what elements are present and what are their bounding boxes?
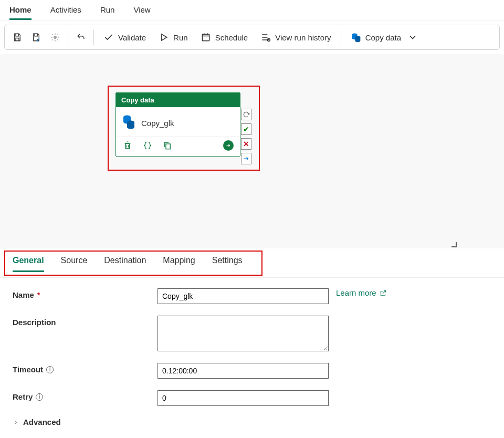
code-icon[interactable] bbox=[142, 140, 153, 151]
tab-home[interactable]: Home bbox=[9, 5, 32, 20]
svg-rect-1 bbox=[202, 34, 209, 41]
tab-destination[interactable]: Destination bbox=[104, 256, 146, 272]
tab-view[interactable]: View bbox=[133, 5, 150, 20]
tab-run[interactable]: Run bbox=[100, 5, 115, 20]
copy-icon[interactable] bbox=[162, 140, 173, 151]
advanced-label: Advanced bbox=[23, 418, 61, 426]
copy-data-label: Copy data bbox=[365, 33, 401, 42]
view-run-history-button[interactable]: View run history bbox=[256, 30, 335, 45]
save-icon[interactable] bbox=[10, 30, 25, 45]
timeout-input[interactable] bbox=[158, 363, 329, 379]
activity-name: Copy_glk bbox=[141, 119, 174, 128]
property-tabs: General Source Destination Mapping Setti… bbox=[0, 248, 504, 278]
required-marker: * bbox=[37, 290, 40, 299]
chevron-down-icon bbox=[407, 32, 418, 43]
schedule-button[interactable]: Schedule bbox=[196, 30, 253, 45]
external-link-icon bbox=[380, 289, 387, 297]
learn-more-link[interactable]: Learn more bbox=[336, 288, 387, 297]
description-input[interactable] bbox=[158, 316, 329, 351]
validate-label: Validate bbox=[118, 33, 146, 42]
top-tabs: Home Activities Run View bbox=[0, 0, 504, 20]
undo-icon[interactable] bbox=[74, 30, 88, 45]
database-icon bbox=[122, 114, 135, 131]
resize-grip[interactable] bbox=[452, 242, 457, 247]
name-label: Name bbox=[13, 290, 34, 299]
activity-header: Copy data bbox=[116, 93, 240, 107]
validate-button[interactable]: Validate bbox=[99, 30, 150, 45]
schedule-label: Schedule bbox=[215, 33, 248, 42]
tab-source[interactable]: Source bbox=[61, 256, 88, 272]
info-icon[interactable]: i bbox=[46, 366, 54, 373]
port-failure[interactable]: ✕ bbox=[241, 138, 251, 150]
copy-data-button[interactable]: Copy data bbox=[346, 30, 422, 45]
run-activity-icon[interactable] bbox=[223, 140, 234, 151]
learn-more-label: Learn more bbox=[336, 288, 376, 297]
svg-point-0 bbox=[54, 36, 57, 39]
run-label: Run bbox=[173, 33, 188, 42]
toolbar: Validate Run Schedule View run history C… bbox=[4, 25, 500, 50]
chevron-right-icon bbox=[13, 419, 19, 425]
tab-activities[interactable]: Activities bbox=[50, 5, 81, 20]
port-skip[interactable] bbox=[241, 153, 251, 164]
run-button[interactable]: Run bbox=[154, 30, 192, 45]
separator bbox=[341, 30, 341, 45]
retry-label: Retry bbox=[13, 392, 33, 401]
pipeline-canvas[interactable]: Copy data Copy_glk bbox=[0, 54, 504, 248]
settings-icon[interactable] bbox=[48, 30, 62, 45]
description-label: Description bbox=[13, 318, 56, 327]
svg-rect-7 bbox=[166, 144, 170, 149]
advanced-toggle[interactable]: Advanced bbox=[13, 418, 491, 426]
timeout-label: Timeout bbox=[13, 365, 43, 374]
port-retry[interactable] bbox=[241, 109, 251, 120]
separator bbox=[93, 30, 94, 45]
info-icon[interactable]: i bbox=[36, 393, 43, 401]
retry-input[interactable] bbox=[158, 390, 329, 406]
tab-settings[interactable]: Settings bbox=[212, 256, 243, 272]
activity-copy-data[interactable]: Copy data Copy_glk bbox=[116, 92, 240, 157]
save-as-icon[interactable] bbox=[29, 30, 44, 45]
port-success[interactable]: ✔ bbox=[241, 123, 251, 135]
general-form: Name * Learn more Description Timeout i … bbox=[0, 278, 504, 437]
tab-general[interactable]: General bbox=[13, 256, 44, 272]
tab-mapping[interactable]: Mapping bbox=[163, 256, 195, 272]
name-input[interactable] bbox=[158, 288, 329, 304]
history-label: View run history bbox=[275, 33, 331, 42]
delete-icon[interactable] bbox=[122, 140, 133, 151]
separator bbox=[68, 30, 68, 45]
